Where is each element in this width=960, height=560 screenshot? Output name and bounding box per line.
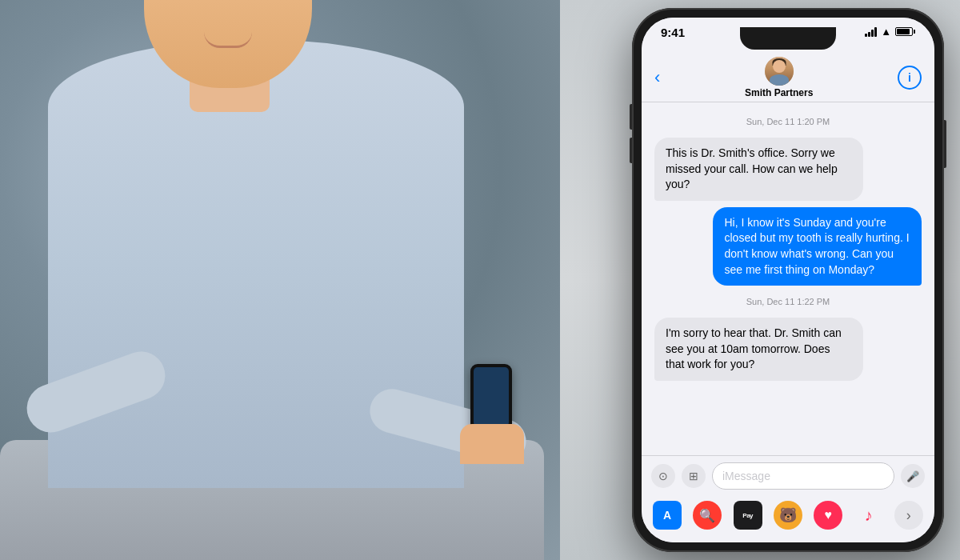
status-icons: ▲	[865, 26, 915, 38]
appstore-icon[interactable]: A	[653, 501, 682, 530]
contact-avatar	[765, 57, 794, 86]
person-photo	[0, 0, 600, 560]
person-hand	[460, 424, 524, 464]
iphone-screen: 9:41 ▲	[642, 18, 934, 542]
info-button[interactable]: i	[898, 66, 922, 90]
back-button[interactable]: ‹	[654, 67, 660, 88]
camera-icon: ⊙	[658, 470, 668, 482]
applepay-icon[interactable]: Pay	[734, 501, 762, 530]
power-button	[944, 120, 946, 168]
message-input[interactable]: iMessage	[712, 462, 894, 490]
volume-down-button	[630, 138, 632, 163]
bubble-received-2: I'm sorry to hear that. Dr. Smith can se…	[654, 318, 863, 381]
apps-icon: ⊞	[689, 470, 698, 482]
more-icon[interactable]: ›	[894, 501, 923, 530]
iphone-frame: 9:41 ▲	[632, 8, 944, 552]
message-sent-1: Hi, I know it's Sunday and you're closed…	[654, 207, 922, 286]
iphone-notch	[740, 27, 836, 50]
iphone-mockup: 9:41 ▲	[632, 8, 944, 552]
input-row: ⊙ ⊞ iMessage 🎤	[651, 462, 925, 490]
bear-icon[interactable]: 🐻	[774, 501, 802, 530]
volume-up-button	[630, 104, 632, 130]
search-icon[interactable]: 🔍	[693, 501, 722, 530]
music-icon[interactable]: ♪	[854, 501, 883, 530]
timestamp-1: Sun, Dec 11 1:20 PM	[654, 117, 922, 126]
input-area: ⊙ ⊞ iMessage 🎤	[642, 455, 934, 496]
bubble-received-1: This is Dr. Smith's office. Sorry we mis…	[654, 138, 863, 201]
message-received-1: This is Dr. Smith's office. Sorry we mis…	[654, 138, 922, 201]
input-placeholder: iMessage	[722, 470, 770, 482]
messages-area: Sun, Dec 11 1:20 PM This is Dr. Smith's …	[642, 102, 934, 455]
message-received-2: I'm sorry to hear that. Dr. Smith can se…	[654, 318, 922, 381]
status-time: 9:41	[661, 26, 685, 39]
camera-button[interactable]: ⊙	[651, 464, 675, 488]
contact-info[interactable]: Smith Partners	[745, 57, 813, 98]
contact-name: Smith Partners	[745, 87, 813, 98]
signal-icon	[865, 27, 877, 37]
bubble-sent-1: Hi, I know it's Sunday and you're closed…	[713, 207, 922, 286]
person-mouth	[204, 32, 252, 48]
mic-icon: 🎤	[906, 470, 919, 482]
heart-icon[interactable]: ♥	[814, 501, 842, 530]
timestamp-2: Sun, Dec 11 1:22 PM	[654, 297, 922, 306]
mic-button[interactable]: 🎤	[901, 464, 925, 488]
bottom-app-row: A 🔍 Pay 🐻 ♥ ♪ ›	[642, 496, 934, 542]
battery-icon	[895, 27, 915, 36]
wifi-icon: ▲	[881, 26, 891, 38]
nav-header: ‹ Smith Partners i	[642, 53, 934, 102]
apps-button[interactable]: ⊞	[682, 464, 706, 488]
